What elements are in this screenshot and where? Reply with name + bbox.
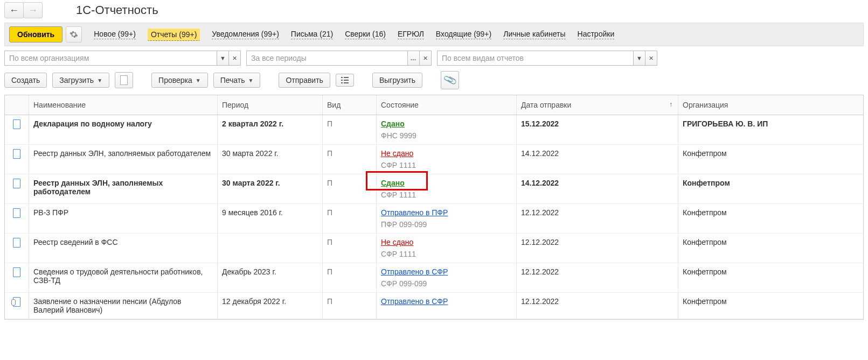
cell-status: Отправлено в ПФРПФР 099-099 <box>377 204 517 233</box>
nav-egrul[interactable]: ЕГРЮЛ <box>398 30 424 39</box>
status-link[interactable]: Сдано <box>381 179 405 187</box>
cell-type: П <box>323 234 377 263</box>
col-status[interactable]: Состояние <box>377 95 517 115</box>
table-row[interactable]: Реестр сведений в ФССПНе сданоСФР 111112… <box>5 234 863 263</box>
cell-name: Реестр данных ЭЛН, заполняемых работодат… <box>29 145 218 174</box>
page-icon-button[interactable] <box>115 72 133 88</box>
cell-date: 12.12.2022 <box>517 263 678 292</box>
cell-org: Конфетпром <box>678 234 863 263</box>
status-link[interactable]: Не сдано <box>381 238 413 246</box>
status-subtext: СФР 1111 <box>381 190 512 199</box>
cell-status: Не сданоСФР 1111 <box>377 145 517 174</box>
status-link[interactable]: Не сдано <box>381 149 413 158</box>
table-row[interactable]: Декларация по водному налогу2 квартал 20… <box>5 115 863 145</box>
gear-icon <box>70 30 78 39</box>
cell-date: 14.12.2022 <box>517 174 678 203</box>
export-label: Выгрузить <box>379 76 415 84</box>
load-button[interactable]: Загрузить▼ <box>52 73 109 88</box>
cell-period: 30 марта 2022 г. <box>218 145 323 174</box>
col-name[interactable]: Наименование <box>29 95 218 115</box>
page-title: 1С-Отчетность <box>76 3 158 17</box>
nav-reports[interactable]: Отчеты (99+) <box>148 29 200 41</box>
col-date[interactable]: Дата отправки↑ <box>517 95 678 115</box>
cell-org: Конфетпром <box>678 263 863 292</box>
cell-type: П <box>323 174 377 203</box>
cell-status: СданоФНС 9999 <box>377 115 517 144</box>
cell-name: Сведения о трудовой деятельности работни… <box>29 263 218 292</box>
status-subtext: СФР 099-099 <box>381 279 512 288</box>
chevron-down-icon: ▼ <box>196 77 201 83</box>
create-button[interactable]: Создать <box>4 73 47 88</box>
nav-letters[interactable]: Письма (21) <box>291 30 333 39</box>
filter-period-clear[interactable]: ✕ <box>420 51 432 66</box>
cell-type: П <box>323 293 377 319</box>
filter-period-select[interactable]: … <box>408 51 420 66</box>
cell-org: ГРИГОРЬЕВА Ю. В. ИП <box>678 115 863 144</box>
cell-type: П <box>323 263 377 292</box>
col-period[interactable]: Период <box>218 95 323 115</box>
nav-reconcil[interactable]: Сверки (16) <box>345 30 386 39</box>
cell-name: Реестр сведений в ФСС <box>29 234 218 263</box>
table-row[interactable]: Реестр данных ЭЛН, заполняемых работодат… <box>5 174 863 204</box>
cell-period <box>218 234 323 263</box>
filter-type-dropdown[interactable]: ▼ <box>634 51 645 66</box>
col-type[interactable]: Вид <box>323 95 377 115</box>
export-button[interactable]: Выгрузить <box>372 73 422 88</box>
filter-org-dropdown[interactable]: ▼ <box>217 51 229 66</box>
status-subtext: ПФР 099-099 <box>381 220 512 229</box>
check-label: Проверка <box>158 76 192 84</box>
nav-back-button[interactable]: ← <box>4 2 24 18</box>
nav-incoming[interactable]: Входящие (99+) <box>436 30 491 39</box>
cell-period: Декабрь 2023 г. <box>218 263 323 292</box>
table-row[interactable]: РВ-3 ПФР9 месяцев 2016 г.ПОтправлено в П… <box>5 204 863 234</box>
filter-period[interactable]: За все периоды <box>246 51 408 66</box>
status-subtext: ФНС 9999 <box>381 131 512 140</box>
cell-org: Конфетпром <box>678 293 863 319</box>
attach-button[interactable]: 📎 <box>441 71 459 89</box>
nav-cabinets[interactable]: Личные кабинеты <box>503 30 565 39</box>
settings-gear-button[interactable] <box>66 26 82 43</box>
refresh-button[interactable]: Обновить <box>9 26 63 43</box>
chevron-down-icon: ▼ <box>248 77 254 83</box>
nav-settings[interactable]: Настройки <box>578 30 615 39</box>
filter-org[interactable]: По всем организациям <box>4 51 217 66</box>
status-link[interactable]: Отправлено в СФР <box>381 297 448 306</box>
document-icon <box>13 208 20 218</box>
cell-org: Конфетпром <box>678 204 863 233</box>
cell-type: П <box>323 145 377 174</box>
filter-type-clear[interactable]: ✕ <box>645 51 657 66</box>
status-link[interactable]: Отправлено в СФР <box>381 267 448 276</box>
document-icon <box>13 238 20 248</box>
document-icon <box>120 75 128 85</box>
document-icon <box>13 149 20 159</box>
cell-name: РВ-3 ПФР <box>29 204 218 233</box>
send-label: Отправить <box>286 76 323 84</box>
col-org[interactable]: Организация <box>678 95 863 115</box>
filter-org-clear[interactable]: ✕ <box>229 51 241 66</box>
cell-period: 9 месяцев 2016 г. <box>218 204 323 233</box>
print-button[interactable]: Печать▼ <box>213 73 261 88</box>
document-icon <box>13 119 20 129</box>
cell-period: 30 марта 2022 г. <box>218 174 323 203</box>
cell-org: Конфетпром <box>678 145 863 174</box>
table-row[interactable]: Реестр данных ЭЛН, заполняемых работодат… <box>5 145 863 174</box>
table-row[interactable]: Сведения о трудовой деятельности работни… <box>5 263 863 293</box>
list-button[interactable] <box>336 74 354 87</box>
filter-type[interactable]: По всем видам отчетов <box>437 51 634 66</box>
table-row[interactable]: Заявление о назначении пенсии (Абдулов В… <box>5 293 863 319</box>
status-link[interactable]: Отправлено в ПФР <box>381 208 448 217</box>
status-subtext: СФР 1111 <box>381 250 512 258</box>
sort-asc-icon: ↑ <box>669 101 672 108</box>
nav-new[interactable]: Новое (99+) <box>94 30 136 39</box>
nav-forward-button[interactable]: → <box>23 2 43 18</box>
send-button[interactable]: Отправить <box>279 73 330 88</box>
status-link[interactable]: Сдано <box>381 119 405 128</box>
nav-notifications[interactable]: Уведомления (99+) <box>212 30 279 39</box>
list-icon <box>341 77 349 83</box>
cell-period: 12 декабря 2022 г. <box>218 293 323 319</box>
col-date-label: Дата отправки <box>521 101 571 109</box>
cell-type: П <box>323 115 377 144</box>
cell-status: Отправлено в СФРСФР 099-099 <box>377 263 517 292</box>
paperclip-icon: 📎 <box>442 73 457 88</box>
check-button[interactable]: Проверка▼ <box>151 73 208 88</box>
